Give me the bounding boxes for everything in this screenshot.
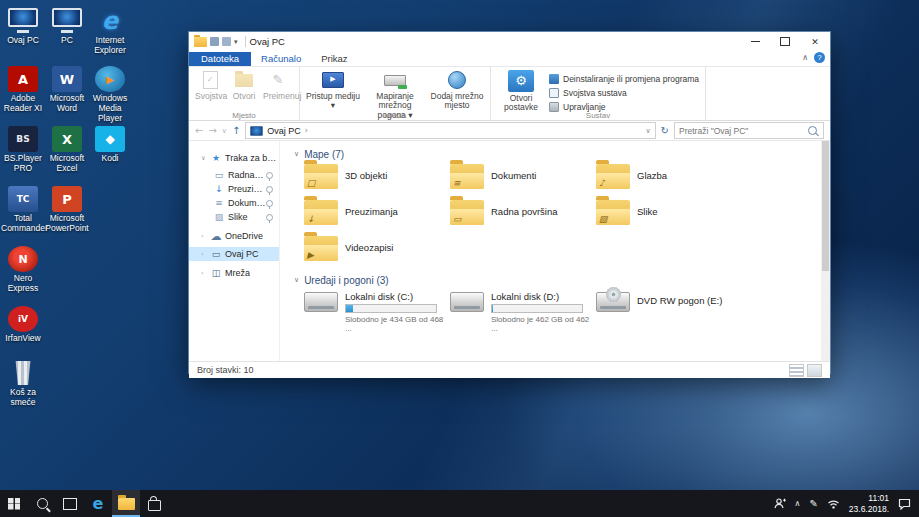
sidebar-item-onedrive[interactable]: › ☁ OneDrive [189, 229, 279, 243]
pen-icon[interactable]: ✎ [809, 498, 817, 509]
drive-tile-c[interactable]: Lokalni disk (C:) Slobodno je 434 GB od … [304, 287, 450, 329]
details-view-button[interactable] [789, 364, 804, 377]
tray-time: 11:01 [868, 493, 889, 504]
help-icon[interactable]: ? [814, 52, 825, 63]
sidebar-item-desktop[interactable]: ▭ Radna površina [189, 168, 279, 182]
tab-datoteka[interactable]: Datoteka [189, 52, 251, 66]
rename-icon: ✎ [267, 70, 289, 90]
deinstaliranje-button[interactable]: Deinstaliranje ili promjena programa [549, 72, 699, 85]
word-icon: W [52, 66, 82, 92]
desktop-icon-word[interactable]: W Microsoft Word [45, 66, 89, 114]
vertical-scrollbar[interactable] [821, 141, 830, 361]
folder-tile-glazba[interactable]: ♪ Glazba [596, 161, 742, 197]
desktop-icon-irfanview[interactable]: iV IrfanView [1, 306, 45, 344]
start-button[interactable] [0, 490, 28, 517]
drive-tile-d[interactable]: Lokalni disk (D:) Slobodno je 462 GB od … [450, 287, 596, 329]
otvori-button[interactable]: Otvori [229, 69, 259, 101]
desktop-icon-kodi[interactable]: ◆ Kodi [88, 126, 132, 164]
breadcrumb[interactable]: Ovaj PC [267, 126, 301, 136]
search-input[interactable] [675, 126, 808, 136]
sidebar-item-pictures[interactable]: ▨ Slike [189, 210, 279, 224]
folder-tile-preuzimanja[interactable]: ↓ Preuzimanja [304, 197, 450, 233]
desktop-icon-pc[interactable]: PC [45, 8, 89, 46]
section-header-folders[interactable]: ∨ Mape (7) [294, 147, 830, 161]
properties-quick-icon[interactable] [210, 37, 219, 46]
forward-icon[interactable]: → [208, 125, 216, 136]
folder-glyph-icon: ♪ [599, 178, 605, 188]
chevron-down-icon[interactable]: ∨ [201, 154, 210, 162]
action-center-icon[interactable] [898, 498, 911, 510]
folder-tile-3d-objekti[interactable]: □ 3D objekti [304, 161, 450, 197]
desktop-icon-bsplayer[interactable]: BS BS.Player PRO [1, 126, 45, 174]
minimize-button[interactable] [740, 32, 770, 51]
customize-toolbar-caret-icon[interactable]: ▾ [234, 38, 238, 46]
folder-icon: ▭ [450, 200, 484, 225]
pristup-mediju-button[interactable]: ▶ Pristup mediju ▾ [306, 69, 360, 111]
chevron-right-icon[interactable]: › [201, 232, 210, 240]
address-box[interactable]: Ovaj PC › ∨ [245, 122, 655, 139]
close-button[interactable]: ✕ [800, 32, 830, 51]
desktop-icon-internet-explorer[interactable]: e Internet Explorer [88, 8, 132, 56]
desktop-icon-excel[interactable]: X Microsoft Excel [45, 126, 89, 174]
svojstva-sustava-button[interactable]: Svojstva sustava [549, 86, 699, 99]
pin-icon [266, 186, 273, 193]
refresh-icon[interactable]: ↻ [661, 125, 669, 136]
wifi-icon[interactable] [827, 499, 840, 509]
navigation-pane: ∨ ★ Traka za brzi pristup ▭ Radna površi… [189, 141, 280, 361]
section-header-drives[interactable]: ∨ Uređaji i pogoni (3) [294, 273, 830, 287]
desktop-icon-powerpoint[interactable]: P Microsoft PowerPoint [45, 186, 89, 234]
desktop-icon-adobe-reader[interactable]: A Adobe Reader XI [1, 66, 45, 114]
address-dropdown-icon[interactable]: ∨ [645, 127, 650, 135]
folder-tile-dokumenti[interactable]: ≡ Dokumenti [450, 161, 596, 197]
chevron-down-icon[interactable]: ∨ [294, 276, 299, 284]
desktop-icon-label: PC [45, 36, 89, 46]
drive-tile-e[interactable]: DVD RW pogon (E:) [596, 287, 742, 329]
network-place-icon [446, 70, 468, 90]
new-folder-quick-icon[interactable] [222, 37, 231, 46]
dodaj-mrezno-mjesto-button[interactable]: Dodaj mrežno mjesto [430, 69, 484, 111]
up-icon[interactable]: ↑ [232, 125, 240, 136]
tab-racunalo[interactable]: Računalo [251, 52, 311, 66]
folder-tile-radna-povrsina[interactable]: ▭ Radna površina [450, 197, 596, 233]
scrollbar-thumb[interactable] [822, 141, 829, 271]
ribbon-collapse-icon[interactable]: ∧ [802, 53, 808, 62]
taskbar-store-button[interactable] [140, 490, 168, 517]
history-dropdown-icon[interactable]: ∨ [222, 127, 227, 135]
tab-prikaz[interactable]: Prikaz [311, 52, 357, 66]
desktop-icon-label: Kodi [88, 154, 132, 164]
maximize-button[interactable] [770, 32, 800, 51]
desktop-icon-total-commander[interactable]: TC Total Commander [1, 186, 45, 234]
desktop-icon-label: Ovaj PC [1, 36, 45, 46]
preimenuj-button[interactable]: ✎ Preimenuj [263, 69, 293, 101]
desktop-icon-wmp[interactable]: ▶ Windows Media Player [88, 66, 132, 123]
taskbar-file-explorer-button[interactable] [112, 490, 140, 517]
folder-tile-videozapisi[interactable]: ▶ Videozapisi [304, 233, 450, 269]
desktop-icon-nero[interactable]: N Nero Express [1, 246, 45, 294]
search-box[interactable] [674, 122, 824, 139]
back-icon[interactable]: ← [195, 125, 203, 136]
task-view-button[interactable] [56, 490, 84, 517]
people-icon[interactable] [774, 498, 786, 509]
sidebar-item-this-pc[interactable]: › ▭ Ovaj PC [189, 247, 279, 261]
desktop-icon-recycle-bin[interactable]: Koš za smeće [1, 360, 45, 408]
sidebar-item-quick-access[interactable]: ∨ ★ Traka za brzi pristup [189, 151, 279, 165]
folder-tile-slike[interactable]: ▨ Slike [596, 197, 742, 233]
taskbar-search-button[interactable] [28, 490, 56, 517]
svojstva-button[interactable]: ✓ Svojstva [195, 69, 225, 101]
chevron-right-icon[interactable]: › [201, 269, 210, 277]
title-bar[interactable]: ▾ Ovaj PC ✕ [189, 32, 830, 51]
chevron-up-icon[interactable]: ∧ [795, 499, 801, 508]
sidebar-item-downloads[interactable]: ↓ Preuzimanja [189, 182, 279, 196]
chevron-down-icon[interactable]: ∨ [294, 150, 299, 158]
large-icons-view-button[interactable] [807, 364, 822, 377]
otvori-postavke-button[interactable]: ⚙ Otvori postavke [497, 69, 545, 113]
taskbar-edge-button[interactable]: e [84, 490, 112, 517]
download-icon: ↓ [213, 184, 225, 194]
taskbar-clock[interactable]: 11:01 23.6.2018. [849, 493, 889, 514]
desktop-icon-this-pc[interactable]: Ovaj PC [1, 8, 45, 46]
sidebar-item-network[interactable]: › ◫ Mreža [189, 266, 279, 280]
breadcrumb-chevron-icon[interactable]: › [305, 126, 308, 135]
sidebar-item-documents[interactable]: ≡ Dokumenti [189, 196, 279, 210]
chevron-right-icon[interactable]: › [201, 250, 210, 258]
folder-glyph-icon: □ [307, 178, 316, 188]
